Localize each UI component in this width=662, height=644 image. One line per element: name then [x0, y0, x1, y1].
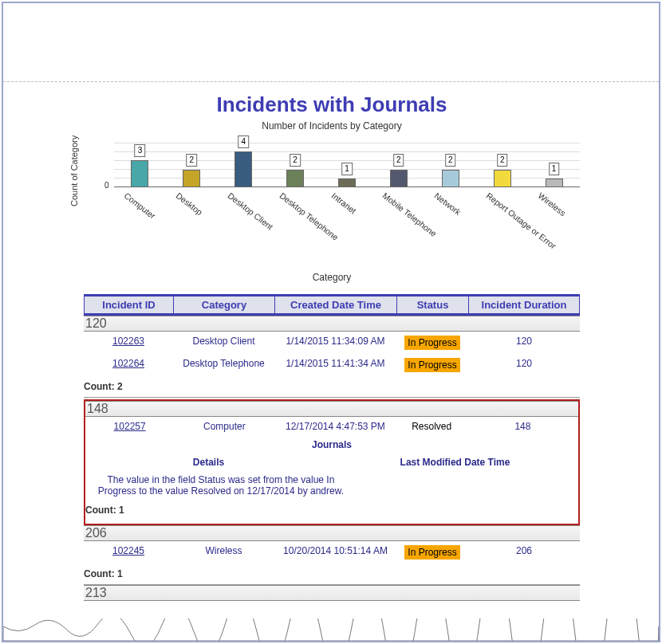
status-badge: In Progress [404, 358, 459, 372]
group-header[interactable]: 206 [84, 525, 580, 541]
status-text: Resolved [412, 421, 451, 432]
col-header-incident-id[interactable]: Incident ID [84, 296, 173, 313]
chart-bar-value-label: 2 [393, 154, 404, 167]
col-header-status[interactable]: Status [396, 296, 468, 313]
journal-row: The value in the field Status was set fr… [85, 471, 578, 500]
chart-bar[interactable]: 1 [321, 143, 373, 187]
report-frame: Incidents with Journals Number of Incide… [2, 2, 660, 642]
chart-category-label: Mobile Telephone [381, 190, 439, 238]
cell-category: Desktop Client [173, 332, 274, 354]
chart-bar-value-label: 2 [290, 154, 301, 167]
journals-col-lmdt[interactable]: Last Modified Date Time [332, 454, 578, 471]
cell-category: Computer [174, 417, 274, 436]
cell-duration: 120 [468, 332, 580, 354]
chart-category-label: Network [433, 190, 463, 217]
group-header[interactable]: 120 [84, 316, 580, 332]
group-header[interactable]: 148 [85, 401, 578, 417]
cell-category: Wireless [173, 541, 274, 564]
chart-category-label: Computer [123, 190, 158, 221]
journal-details-cell: The value in the field Status was set fr… [85, 471, 357, 500]
cell-created-dt: 1/14/2015 11:41:34 AM [274, 354, 396, 376]
group-count: Count: 1 [85, 500, 578, 520]
chart-bar-value-label: 2 [497, 154, 508, 167]
journals-section-label: Journals [85, 436, 578, 454]
chart-category-label: Wireless [537, 190, 568, 218]
page-guide-top [3, 81, 659, 82]
chart-xaxis-label: Category [84, 272, 580, 283]
journal-lmdt-cell [357, 471, 578, 500]
chart-yaxis-label: Count of Category [69, 135, 79, 206]
chart-bar[interactable]: 4 [218, 143, 270, 187]
cell-duration: 148 [467, 417, 578, 436]
incident-id-link[interactable]: 102245 [112, 545, 144, 556]
table-row: 102257 Computer 12/17/2014 4:47:53 PM Re… [85, 417, 578, 436]
group-header[interactable]: 213 [84, 585, 580, 601]
incident-id-link[interactable]: 102263 [112, 336, 144, 347]
status-badge: In Progress [404, 545, 459, 560]
chart-bar-value-label: 1 [341, 163, 353, 175]
incidents-by-category-chart: Count of Category 0 324212221 ComputerDe… [84, 135, 580, 294]
cell-created-dt: 12/17/2014 4:47:53 PM [274, 417, 396, 436]
status-badge: In Progress [404, 336, 459, 350]
cell-created-dt: 10/20/2014 10:51:14 AM [274, 541, 396, 564]
journals-col-details[interactable]: Details [85, 454, 332, 471]
chart-bar[interactable]: 2 [476, 143, 528, 187]
chart-bar[interactable]: 2 [372, 143, 424, 187]
journals-header-row: Details Last Modified Date Time [85, 454, 578, 471]
cell-duration: 206 [468, 541, 580, 564]
torn-page-edge [3, 618, 659, 641]
chart-subtitle: Number of Incidents by Category [84, 120, 580, 132]
chart-bar[interactable]: 2 [424, 143, 476, 187]
chart-bar-value-label: 4 [238, 135, 249, 148]
table-row: 102264 Desktop Telephone 1/14/2015 11:41… [84, 354, 580, 376]
report-page: Incidents with Journals Number of Incide… [84, 89, 580, 601]
col-header-duration[interactable]: Incident Duration [468, 296, 580, 313]
chart-ytick-0: 0 [104, 181, 109, 190]
table-row: 102245 Wireless 10/20/2014 10:51:14 AM I… [84, 541, 580, 564]
col-header-category[interactable]: Category [173, 296, 274, 313]
col-header-created-dt[interactable]: Created Date Time [274, 296, 396, 313]
cell-created-dt: 1/14/2015 11:34:09 AM [274, 332, 396, 354]
incident-id-link[interactable]: 102257 [114, 421, 146, 432]
group-count: Count: 2 [84, 376, 580, 398]
report-title: Incidents with Journals [84, 92, 580, 117]
chart-bar-value-label: 1 [549, 163, 560, 175]
chart-bar[interactable]: 3 [114, 143, 166, 187]
highlighted-group: 148 102257 Computer 12/17/2014 4:47:53 P… [84, 399, 580, 525]
cell-category: Desktop Telephone [173, 354, 274, 376]
chart-bar-value-label: 2 [445, 154, 456, 167]
chart-bar[interactable]: 2 [270, 143, 321, 187]
incidents-table-header: Incident ID Category Created Date Time S… [84, 294, 580, 316]
chart-category-label: Desktop [175, 190, 205, 217]
chart-bar-value-label: 3 [135, 144, 146, 157]
table-row: 102263 Desktop Client 1/14/2015 11:34:09… [84, 332, 580, 354]
chart-category-label: Desktop Client [226, 190, 274, 231]
chart-bar-value-label: 2 [187, 154, 198, 167]
chart-category-label: Intranet [329, 190, 357, 215]
cell-duration: 120 [468, 354, 580, 376]
chart-bar[interactable]: 2 [166, 143, 218, 187]
group-count: Count: 1 [84, 564, 580, 585]
incident-id-link[interactable]: 102264 [112, 358, 144, 369]
chart-bar[interactable]: 1 [528, 143, 580, 187]
